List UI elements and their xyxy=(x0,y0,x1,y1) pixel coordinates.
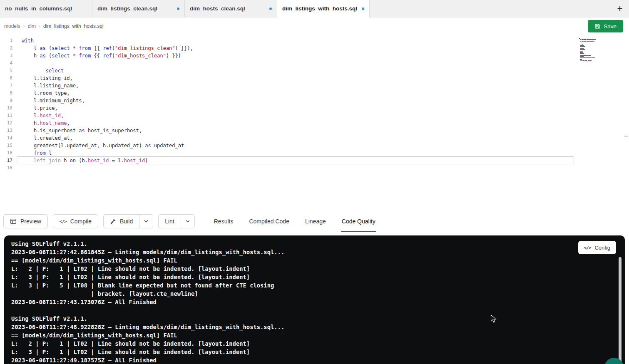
minimap-line xyxy=(579,38,609,39)
save-button-label: Save xyxy=(604,23,617,30)
code-editor[interactable]: 1with2 l as (select * from {{ ref("dim_l… xyxy=(0,35,629,210)
breadcrumb-item[interactable]: models xyxy=(4,23,20,29)
editor-scrollbar-thumb[interactable] xyxy=(624,136,628,137)
build-button[interactable]: Build xyxy=(103,214,139,228)
code-token: ( xyxy=(46,45,52,51)
editor-tab[interactable]: dim_hosts_clean.sql xyxy=(185,0,277,17)
code-token: as xyxy=(145,143,151,149)
line-number: 8 xyxy=(0,89,12,97)
tab-lineage[interactable]: Lineage xyxy=(304,210,327,232)
minimap-line xyxy=(579,39,609,40)
line-number: 9 xyxy=(0,97,12,104)
preview-button[interactable]: Preview xyxy=(3,214,48,228)
editor-tab[interactable]: dim_listings_with_hosts.sql xyxy=(277,0,370,17)
code-line[interactable]: 17 left join h on (h.host_id = l.host_id… xyxy=(0,157,629,164)
lint-dropdown-button[interactable] xyxy=(181,214,195,228)
code-line[interactable]: 13 h.is_superhost as host_is_superhost, xyxy=(0,127,629,134)
code-token: , xyxy=(67,120,70,126)
code-line[interactable]: 12 h.host_name, xyxy=(0,119,629,127)
line-number: 13 xyxy=(0,127,12,134)
line-number: 12 xyxy=(0,119,12,127)
code-line[interactable]: 14 l.created_at, xyxy=(0,134,629,142)
code-token: ) xyxy=(145,158,148,163)
code-token xyxy=(70,53,73,59)
code-line[interactable]: 7 l.listing_name, xyxy=(0,82,629,89)
code-line[interactable]: 15 greatest(l.updated_at, h.updated_at) … xyxy=(0,142,629,149)
code-token: ref xyxy=(103,45,112,51)
code-token: h xyxy=(61,158,70,163)
code-token: * xyxy=(73,45,76,51)
code-line[interactable]: 1with xyxy=(0,37,629,45)
compile-button[interactable]: </>Compile xyxy=(53,214,98,228)
line-number: 18 xyxy=(0,164,12,172)
tab-compiled-code[interactable]: Compiled Code xyxy=(248,210,290,232)
code-line[interactable]: 10 l.price, xyxy=(0,104,629,112)
code-line[interactable]: 5 select xyxy=(0,67,629,74)
minimap-mark xyxy=(582,59,582,60)
minimap[interactable] xyxy=(579,38,609,63)
code-line[interactable]: 8 l.room_type, xyxy=(0,89,629,97)
line-content: l.host_id, xyxy=(12,112,64,119)
tab-code-quality[interactable]: Code Quality xyxy=(341,210,376,232)
lint-button[interactable]: Lint xyxy=(158,214,181,228)
line-number: 7 xyxy=(0,82,12,89)
code-token: , xyxy=(61,113,64,119)
code-icon: </> xyxy=(584,245,591,250)
terminal-scrollbar[interactable] xyxy=(619,257,622,364)
editor-tab-bar: no_nulls_in_columns.sqldim_listings_clea… xyxy=(0,0,629,17)
line-content: l.room_type, xyxy=(12,89,70,97)
terminal-output: Using SQLFluff v2.1.1. 2023-06-06T11:27:… xyxy=(11,240,625,364)
config-button[interactable]: </> Config xyxy=(578,241,616,254)
editor-toolbar: Preview</>CompileBuildLint ResultsCompil… xyxy=(0,210,629,232)
lint-output-terminal[interactable]: Using SQLFluff v2.1.1. 2023-06-06T11:27:… xyxy=(4,235,625,364)
editor-tab[interactable]: no_nulls_in_columns.sql xyxy=(0,0,92,17)
code-token: l. xyxy=(22,113,40,119)
minimap-line xyxy=(579,52,609,53)
line-content: h.is_superhost as host_is_superhost, xyxy=(12,127,142,134)
new-tab-button[interactable]: + xyxy=(611,0,629,17)
minimap-line xyxy=(579,62,609,63)
minimap-mark xyxy=(580,48,584,49)
preview-button-label: Preview xyxy=(20,218,41,225)
code-token: = l. xyxy=(109,158,124,163)
line-number: 4 xyxy=(0,59,12,67)
line-number: 10 xyxy=(0,104,12,112)
build-dropdown-button[interactable] xyxy=(139,214,153,228)
tab-label: dim_listings_with_hosts.sql xyxy=(282,5,357,12)
code-line[interactable]: 18 xyxy=(0,164,629,172)
breadcrumb-item[interactable]: dim xyxy=(28,23,36,29)
code-token: h. xyxy=(22,120,40,126)
tab-label: dim_hosts_clean.sql xyxy=(190,5,245,12)
breadcrumb-item: dim_listings_with_hosts.sql xyxy=(43,23,104,29)
minimap-mark xyxy=(580,49,585,50)
code-line[interactable]: 3 h as (select * from {{ ref("dim_hosts_… xyxy=(0,52,629,59)
code-token: l.room_type, xyxy=(22,90,70,96)
minimap-mark xyxy=(580,46,585,47)
code-token: {{ xyxy=(94,45,99,51)
code-token: l.minimum_nights, xyxy=(22,98,85,104)
line-content: l as (select * from {{ ref("dim_listings… xyxy=(12,45,193,52)
chevron-down-icon xyxy=(185,219,190,224)
code-token: host_id xyxy=(40,113,61,119)
editor-tabs: no_nulls_in_columns.sqldim_listings_clea… xyxy=(0,0,370,17)
editor-tab[interactable]: dim_listings_clean.sql xyxy=(92,0,185,17)
code-token: updated_at xyxy=(151,143,184,149)
minimap-line xyxy=(579,55,609,56)
code-token: }} xyxy=(172,53,178,59)
line-content: l.price, xyxy=(12,104,58,112)
code-line[interactable]: 4 xyxy=(0,59,629,67)
config-button-label: Config xyxy=(594,245,610,251)
tab-results[interactable]: Results xyxy=(213,210,234,232)
minimap-mark xyxy=(579,38,580,39)
code-token: select xyxy=(52,45,70,51)
code-lines: 1with2 l as (select * from {{ ref("dim_l… xyxy=(0,37,629,172)
code-line[interactable]: 16 from l xyxy=(0,149,629,157)
code-line[interactable]: 11 l.host_id, xyxy=(0,112,629,119)
code-line[interactable]: 6 l.listing_id, xyxy=(0,74,629,82)
code-line[interactable]: 2 l as (select * from {{ ref("dim_listin… xyxy=(0,45,629,52)
minimap-mark xyxy=(591,60,592,61)
lint-button-group: Lint xyxy=(158,214,195,228)
breadcrumb-separator: › xyxy=(39,23,40,29)
save-button[interactable]: Save xyxy=(588,20,623,32)
code-line[interactable]: 9 l.minimum_nights, xyxy=(0,97,629,104)
